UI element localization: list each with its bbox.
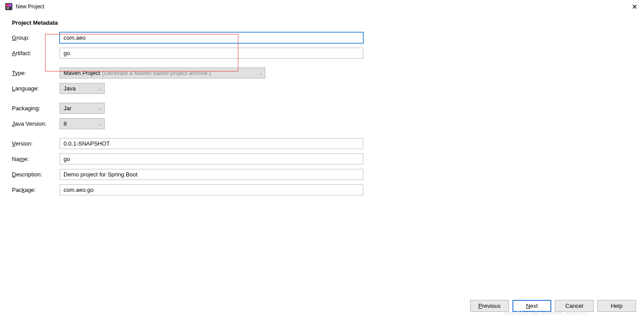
javaversion-dropdown[interactable]: 8 ⌵ — [60, 118, 105, 129]
label-type: Type: — [12, 70, 60, 76]
svg-rect-2 — [9, 4, 11, 7]
name-input[interactable] — [60, 153, 363, 165]
description-input[interactable] — [60, 169, 363, 180]
label-description: Description: — [12, 171, 60, 178]
type-dropdown-hint: (Generate a Maven based project archive.… — [102, 70, 211, 76]
close-icon[interactable]: ✕ — [629, 1, 640, 12]
row-type: Type: Maven Project (Generate a Maven ba… — [12, 67, 632, 79]
titlebar: IJ New Project ✕ — [0, 0, 644, 13]
type-dropdown[interactable]: Maven Project (Generate a Maven based pr… — [60, 67, 265, 79]
row-package: Package: — [12, 184, 632, 195]
row-version: Version: — [12, 138, 632, 149]
label-group: Group: — [12, 34, 60, 41]
packaging-dropdown[interactable]: Jar ⌵ — [60, 103, 105, 114]
content-area: Project Metadata Group: Artifact: Type: … — [0, 13, 644, 195]
row-group: Group: — [12, 32, 632, 43]
artifact-input[interactable] — [60, 48, 363, 59]
language-dropdown-value: Java — [64, 85, 75, 92]
label-name: Name: — [12, 156, 60, 162]
chevron-down-icon: ⌵ — [260, 71, 262, 75]
help-button[interactable]: Help — [597, 300, 636, 312]
version-input[interactable] — [60, 138, 363, 149]
section-heading: Project Metadata — [12, 19, 632, 26]
svg-text:IJ: IJ — [7, 7, 9, 9]
label-javaversion: Java Version: — [12, 120, 60, 127]
language-dropdown[interactable]: Java ⌵ — [60, 83, 105, 94]
next-button[interactable]: Next — [512, 300, 551, 312]
chevron-down-icon: ⌵ — [99, 121, 102, 126]
previous-button[interactable]: Previous — [470, 300, 509, 312]
row-description: Description: — [12, 169, 632, 180]
chevron-down-icon: ⌵ — [99, 86, 102, 91]
label-packaging: Packaging: — [12, 105, 60, 112]
packaging-dropdown-value: Jar — [64, 105, 72, 112]
app-icon: IJ — [5, 3, 12, 10]
button-bar: Previous Next Cancel Help — [470, 300, 636, 312]
row-language: Language: Java ⌵ — [12, 83, 632, 94]
chevron-down-icon: ⌵ — [99, 106, 102, 111]
cancel-button[interactable]: Cancel — [555, 300, 594, 312]
row-artifact: Artifact: — [12, 48, 632, 59]
row-packaging: Packaging: Jar ⌵ — [12, 103, 632, 114]
window-title: New Project — [16, 4, 629, 10]
javaversion-dropdown-value: 8 — [64, 120, 67, 127]
label-artifact: Artifact: — [12, 50, 60, 56]
label-language: Language: — [12, 85, 60, 92]
row-name: Name: — [12, 153, 632, 165]
label-version: Version: — [12, 140, 60, 147]
label-package: Package: — [12, 187, 60, 193]
package-input[interactable] — [60, 184, 363, 195]
type-dropdown-value: Maven Project — [64, 70, 100, 76]
group-input[interactable] — [60, 32, 363, 43]
row-javaversion: Java Version: 8 ⌵ — [12, 118, 632, 129]
